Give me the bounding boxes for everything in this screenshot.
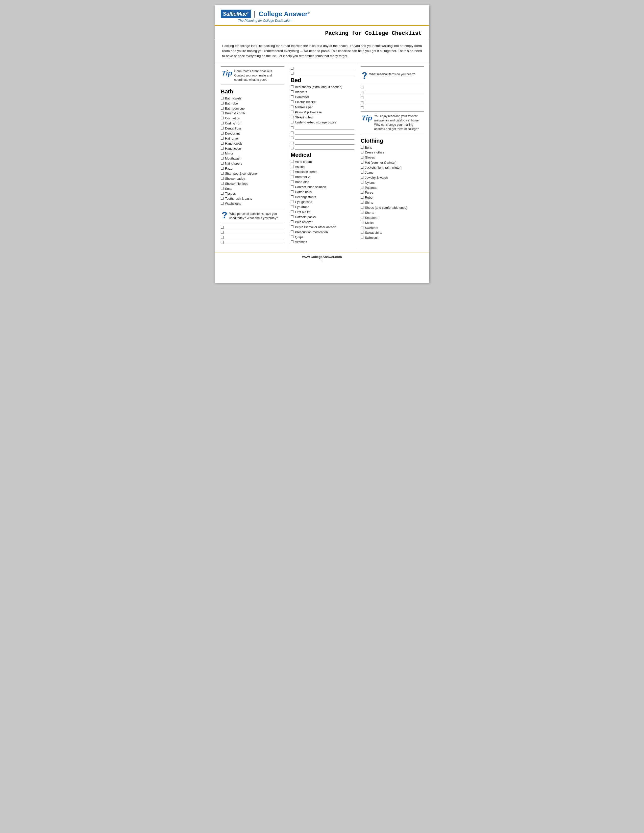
bed-heading: Bed — [291, 77, 354, 84]
checkbox[interactable] — [291, 111, 293, 113]
salliemae-text: SallieMae — [223, 11, 247, 17]
checkbox[interactable] — [291, 127, 293, 129]
checkbox[interactable] — [221, 236, 224, 239]
checkbox[interactable] — [291, 90, 293, 93]
checkbox[interactable] — [221, 102, 224, 105]
checkbox[interactable] — [221, 127, 224, 130]
checkbox[interactable] — [291, 195, 293, 198]
checkbox[interactable] — [221, 162, 224, 165]
checkbox[interactable] — [361, 206, 364, 209]
checkbox[interactable] — [361, 91, 364, 94]
checkbox[interactable] — [361, 161, 364, 164]
checkbox[interactable] — [361, 156, 364, 159]
checkbox[interactable] — [221, 192, 224, 195]
list-item: Q-tips — [291, 235, 354, 240]
checkbox[interactable] — [361, 101, 364, 104]
checkbox[interactable] — [361, 176, 364, 179]
checkbox[interactable] — [361, 96, 364, 99]
checkbox[interactable] — [361, 231, 364, 234]
checkbox[interactable] — [291, 240, 293, 243]
checkbox[interactable] — [291, 137, 293, 139]
checkbox[interactable] — [291, 175, 293, 178]
list-item: Washcloths — [221, 202, 284, 206]
checkbox[interactable] — [361, 86, 364, 89]
checkbox[interactable] — [291, 185, 293, 188]
checkbox[interactable] — [361, 166, 364, 169]
checkbox[interactable] — [291, 85, 293, 88]
checkbox[interactable] — [291, 230, 293, 233]
checkbox[interactable] — [221, 137, 224, 140]
checkbox[interactable] — [291, 200, 293, 203]
checkbox[interactable] — [291, 235, 293, 238]
checkbox[interactable] — [291, 132, 293, 134]
bath-heading: Bath — [221, 88, 284, 95]
checkbox[interactable] — [291, 121, 293, 124]
list-item: Bathrobe — [221, 101, 284, 106]
checkbox[interactable] — [291, 205, 293, 208]
checkbox[interactable] — [221, 96, 224, 100]
checkbox[interactable] — [221, 182, 224, 185]
checkbox[interactable] — [361, 106, 364, 109]
checkbox[interactable] — [291, 106, 293, 108]
checkbox[interactable] — [221, 202, 224, 205]
checkbox[interactable] — [221, 117, 224, 119]
checkbox[interactable] — [221, 231, 224, 234]
checkbox[interactable] — [221, 197, 224, 199]
tip-text-2: You enjoy receiving your favorite magazi… — [374, 114, 423, 131]
top-separator — [361, 66, 424, 67]
footer: www.CollegeAnswer.com 1 — [215, 252, 429, 265]
checkbox[interactable] — [291, 165, 293, 168]
checkbox[interactable] — [221, 226, 224, 229]
checkbox[interactable] — [361, 221, 364, 224]
checkbox[interactable] — [221, 157, 224, 159]
list-item: First aid kit — [291, 210, 354, 214]
checkbox[interactable] — [291, 147, 293, 150]
checkbox[interactable] — [221, 172, 224, 175]
checkbox[interactable] — [361, 181, 364, 184]
checkbox[interactable] — [291, 95, 293, 98]
list-item: Sneakers — [361, 216, 424, 220]
checkbox[interactable] — [291, 116, 293, 118]
checkbox[interactable] — [291, 210, 293, 213]
checkbox[interactable] — [221, 112, 224, 114]
checkbox[interactable] — [291, 190, 293, 193]
checkbox[interactable] — [361, 236, 364, 239]
checkbox[interactable] — [291, 160, 293, 163]
column-2: Bed Bed sheets (extra long, if needed) B… — [287, 63, 357, 249]
checkbox[interactable] — [291, 220, 293, 223]
checkbox[interactable] — [361, 146, 364, 149]
checkbox[interactable] — [291, 225, 293, 228]
checkbox[interactable] — [361, 186, 364, 189]
checkbox[interactable] — [221, 152, 224, 154]
clothing-checklist: Belts Dress clothes Gloves Hat (summer &… — [361, 146, 424, 240]
list-item: Bed sheets (extra long, if needed) — [291, 85, 354, 89]
checkbox[interactable] — [221, 122, 224, 124]
title-section: Packing for College Checklist — [215, 26, 429, 39]
checkbox[interactable] — [221, 142, 224, 145]
list-item: Shoes (and comfortable ones) — [361, 206, 424, 210]
list-item: Blankets — [291, 90, 354, 95]
checkbox[interactable] — [361, 151, 364, 153]
checkbox[interactable] — [221, 177, 224, 180]
checkbox[interactable] — [361, 226, 364, 229]
checkbox[interactable] — [221, 132, 224, 135]
checkbox[interactable] — [291, 67, 293, 70]
checkbox[interactable] — [291, 215, 293, 218]
checkbox[interactable] — [361, 216, 364, 219]
checkbox[interactable] — [291, 180, 293, 183]
checkbox[interactable] — [361, 196, 364, 199]
tagline: The Planning for College Destination — [238, 19, 423, 23]
checkbox[interactable] — [361, 191, 364, 194]
checkbox[interactable] — [221, 187, 224, 190]
checkbox[interactable] — [221, 167, 224, 170]
checkbox[interactable] — [291, 72, 293, 75]
checkbox[interactable] — [361, 171, 364, 174]
checkbox[interactable] — [221, 147, 224, 150]
checkbox[interactable] — [221, 241, 224, 244]
checkbox[interactable] — [361, 201, 364, 204]
checkbox[interactable] — [361, 211, 364, 214]
checkbox[interactable] — [291, 142, 293, 145]
checkbox[interactable] — [221, 107, 224, 109]
checkbox[interactable] — [291, 170, 293, 173]
checkbox[interactable] — [291, 100, 293, 103]
